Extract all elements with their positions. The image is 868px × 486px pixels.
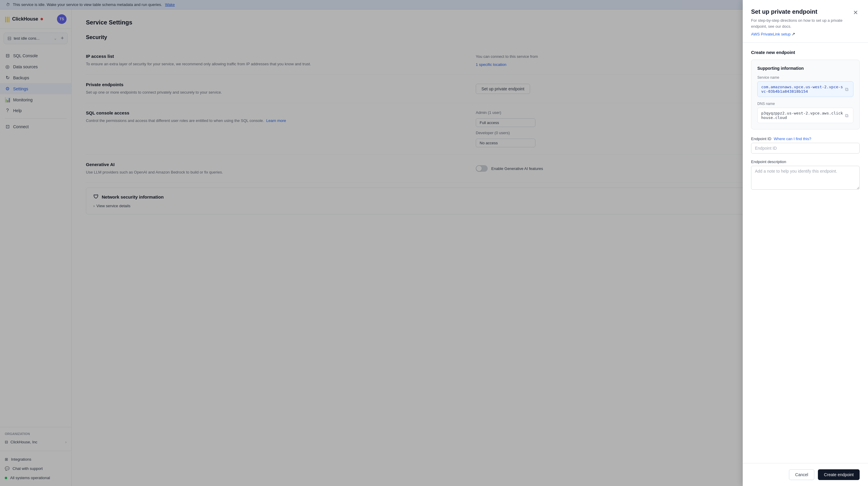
close-panel-button[interactable]: ✕ (851, 8, 860, 17)
dns-name-value-box: p3qyqzppz2.us-west-2.vpce.aws.clickhouse… (757, 108, 854, 123)
supporting-info-title: Supporting information (757, 66, 854, 71)
endpoint-id-input[interactable] (751, 143, 860, 154)
service-name-row: Service name com.amazonaws.vpce.us-west-… (757, 75, 854, 97)
supporting-info-box: Supporting information Service name com.… (751, 60, 860, 129)
panel-overlay[interactable] (0, 0, 868, 486)
panel-body: Create new endpoint Supporting informati… (743, 43, 868, 463)
aws-privatelink-link[interactable]: AWS PrivateLink setup (751, 32, 790, 36)
panel-footer: Cancel Create endpoint (743, 463, 868, 486)
dns-name-row: DNS name p3qyqzppz2.us-west-2.vpce.aws.c… (757, 102, 854, 123)
dns-name-label: DNS name (757, 102, 854, 106)
endpoint-id-label: Endpoint ID (751, 136, 771, 141)
service-name-label: Service name (757, 75, 854, 79)
cancel-button[interactable]: Cancel (789, 469, 815, 480)
service-name-value: com.amazonaws.vpce.us-west-2.vpce-svc-03… (761, 85, 844, 94)
endpoint-id-label-row: Endpoint ID Where can I find this? (751, 136, 860, 141)
side-panel: Set up private endpoint For step-by-step… (743, 0, 868, 486)
where-find-link[interactable]: Where can I find this? (774, 136, 811, 141)
service-name-value-box: com.amazonaws.vpce.us-west-2.vpce-svc-03… (757, 82, 854, 97)
panel-title: Set up private endpoint (751, 8, 846, 15)
endpoint-desc-label: Endpoint description (751, 160, 860, 164)
copy-dns-name-button[interactable]: ⧉ (844, 112, 849, 119)
external-link-icon: ↗ (792, 32, 795, 36)
create-endpoint-button[interactable]: Create endpoint (818, 469, 860, 480)
endpoint-desc-textarea[interactable] (751, 166, 860, 190)
panel-header: Set up private endpoint For step-by-step… (743, 0, 868, 43)
dns-name-value: p3qyqzppz2.us-west-2.vpce.aws.clickhouse… (761, 111, 844, 120)
endpoint-id-group: Endpoint ID Where can I find this? (751, 136, 860, 154)
create-endpoint-heading: Create new endpoint (751, 50, 860, 55)
panel-subtitle: For step-by-step directions on how to se… (751, 18, 846, 29)
copy-service-name-button[interactable]: ⧉ (844, 86, 849, 93)
endpoint-desc-group: Endpoint description (751, 160, 860, 191)
